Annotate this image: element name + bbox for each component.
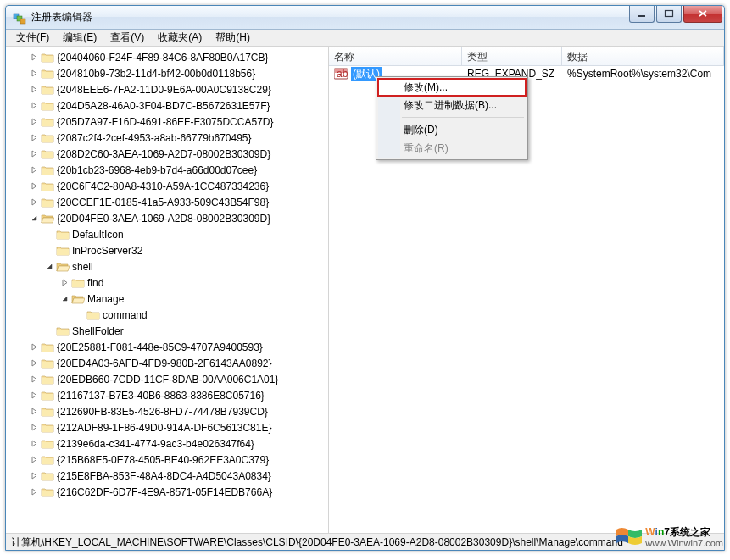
tree-item[interactable]: {20ED4A03-6AFD-4FD9-980B-2F6143AA0892} bbox=[6, 355, 328, 371]
expand-icon[interactable] bbox=[28, 486, 40, 498]
tree-item[interactable]: InProcServer32 bbox=[6, 242, 328, 258]
expand-icon[interactable] bbox=[28, 68, 40, 80]
folder-icon bbox=[41, 341, 54, 353]
tree-item[interactable]: {20b1cb23-6968-4eb9-b7d4-a66d00d07cee} bbox=[6, 162, 328, 178]
menu-favorites[interactable]: 收藏夹(A) bbox=[151, 29, 209, 47]
expand-icon[interactable] bbox=[28, 132, 40, 144]
tree-item[interactable]: Manage bbox=[6, 291, 328, 307]
tree-item-label: {205D7A97-F16D-4691-86EF-F3075DCCA57D} bbox=[57, 116, 273, 128]
expand-icon[interactable] bbox=[28, 406, 40, 418]
folder-icon bbox=[41, 438, 54, 450]
tree-item[interactable]: command bbox=[6, 307, 328, 323]
tree-item[interactable]: {205D7A97-F16D-4691-86EF-F3075DCCA57D} bbox=[6, 114, 328, 130]
folder-icon bbox=[41, 84, 54, 96]
tree-item-label: {215B68E5-0E78-4505-BE40-962EE3A0C379} bbox=[57, 454, 269, 466]
expand-icon[interactable] bbox=[28, 100, 40, 112]
col-header-name[interactable]: 名称 bbox=[329, 47, 462, 65]
tree-item[interactable]: {21167137-B7E3-40B6-8863-8386E8C05716} bbox=[6, 387, 328, 403]
tree-item[interactable]: {20C6F4C2-80A8-4310-A59A-1CC487334236} bbox=[6, 178, 328, 194]
tree-item-label: {216C62DF-6D7F-4E9A-8571-05F14EDB766A} bbox=[57, 486, 272, 498]
tree-item[interactable]: ShellFolder bbox=[6, 323, 328, 339]
tree-item-label: {215E8FBA-853F-48A4-8DC4-A4D5043A0834} bbox=[57, 470, 271, 482]
tree-item[interactable]: {20EDB660-7CDD-11CF-8DAB-00AA006C1A01} bbox=[6, 371, 328, 387]
folder-icon bbox=[56, 325, 70, 337]
tree-item[interactable]: {204810b9-73b2-11d4-bf42-00b0d0118b56} bbox=[6, 65, 328, 81]
tree-item[interactable]: {20E25881-F081-448e-85C9-4707A9400593} bbox=[6, 339, 328, 355]
expand-icon[interactable] bbox=[28, 84, 40, 96]
expander-none bbox=[43, 245, 55, 257]
tree-scroll[interactable]: {20404060-F24F-4F89-84C6-8AF80B0A17CB}{2… bbox=[6, 47, 328, 533]
tree-item-label: {20EDB660-7CDD-11CF-8DAB-00AA006C1A01} bbox=[57, 374, 278, 385]
folder-icon bbox=[41, 116, 54, 128]
tree-item[interactable]: {2087c2f4-2cef-4953-a8ab-66779b670495} bbox=[6, 130, 328, 146]
folder-icon bbox=[41, 68, 54, 80]
tree-item[interactable]: {2048EEE6-7FA2-11D0-9E6A-00A0C9138C29} bbox=[6, 81, 328, 97]
expand-icon[interactable] bbox=[28, 52, 40, 64]
tree-item[interactable]: DefaultIcon bbox=[6, 226, 328, 242]
ctx-delete[interactable]: 删除(D) bbox=[378, 120, 526, 139]
ctx-modify[interactable]: 修改(M)... bbox=[377, 78, 527, 97]
watermark: Win7系统之家 www.Winwin7.com bbox=[615, 524, 723, 550]
menubar: 文件(F) 编辑(E) 查看(V) 收藏夹(A) 帮助(H) bbox=[6, 30, 724, 47]
tree-item[interactable]: {215E8FBA-853F-48A4-8DC4-A4D5043A0834} bbox=[6, 468, 328, 484]
tree-item[interactable]: {212ADF89-1F86-49D0-914A-DF6C5613C81E} bbox=[6, 419, 328, 435]
expand-icon[interactable] bbox=[28, 390, 40, 402]
menu-edit[interactable]: 编辑(E) bbox=[56, 29, 103, 47]
expand-icon[interactable] bbox=[28, 374, 40, 385]
tree-item-label: find bbox=[87, 277, 103, 289]
statusbar-path: 计算机\HKEY_LOCAL_MACHINE\SOFTWARE\Classes\… bbox=[11, 536, 623, 548]
collapse-icon[interactable] bbox=[43, 261, 55, 273]
expand-icon[interactable] bbox=[28, 180, 40, 192]
folder-icon bbox=[86, 309, 100, 321]
expand-icon[interactable] bbox=[28, 358, 40, 369]
expand-icon[interactable] bbox=[28, 197, 40, 208]
folder-icon bbox=[41, 470, 54, 482]
folder-icon bbox=[56, 229, 70, 241]
expand-icon[interactable] bbox=[28, 148, 40, 160]
expand-icon[interactable] bbox=[28, 164, 40, 176]
tree-item-label: {212ADF89-1F86-49D0-914A-DF6C5613C81E} bbox=[57, 422, 271, 434]
maximize-button[interactable] bbox=[656, 6, 682, 23]
tree-item[interactable]: {20D04FE0-3AEA-1069-A2D8-08002B30309D} bbox=[6, 210, 328, 226]
ctx-separator bbox=[402, 117, 524, 118]
tree-item[interactable]: {215B68E5-0E78-4505-BE40-962EE3A0C379} bbox=[6, 452, 328, 468]
titlebar[interactable]: 注册表编辑器 bbox=[6, 6, 724, 30]
expand-icon[interactable] bbox=[28, 438, 40, 450]
folder-icon bbox=[41, 132, 54, 144]
expander-none bbox=[43, 229, 55, 241]
folder-icon bbox=[41, 180, 54, 192]
tree-item-label: {20ED4A03-6AFD-4FD9-980B-2F6143AA0892} bbox=[57, 358, 272, 369]
collapse-icon[interactable] bbox=[59, 293, 70, 305]
close-button[interactable] bbox=[683, 6, 722, 23]
tree-item[interactable]: {20404060-F24F-4F89-84C6-8AF80B0A17CB} bbox=[6, 49, 328, 65]
expand-icon[interactable] bbox=[28, 341, 40, 353]
list-header: 名称 类型 数据 bbox=[329, 47, 724, 66]
col-header-type[interactable]: 类型 bbox=[462, 47, 562, 65]
folder-icon bbox=[56, 245, 70, 257]
expand-icon[interactable] bbox=[59, 277, 70, 289]
tree-item[interactable]: {20CCEF1E-0185-41a5-A933-509C43B54F98} bbox=[6, 194, 328, 210]
tree-item[interactable]: {212690FB-83E5-4526-8FD7-74478B7939CD} bbox=[6, 403, 328, 419]
expander-none bbox=[43, 325, 55, 337]
folder-icon bbox=[41, 164, 54, 176]
tree-item[interactable]: {208D2C60-3AEA-1069-A2D7-08002B30309D} bbox=[6, 146, 328, 162]
expand-icon[interactable] bbox=[28, 454, 40, 466]
collapse-icon[interactable] bbox=[28, 213, 40, 225]
minimize-button[interactable] bbox=[629, 6, 655, 23]
tree-item[interactable]: find bbox=[6, 274, 328, 291]
expand-icon[interactable] bbox=[28, 470, 40, 482]
window-title: 注册表编辑器 bbox=[31, 10, 627, 25]
expand-icon[interactable] bbox=[28, 422, 40, 434]
menu-file[interactable]: 文件(F) bbox=[9, 29, 56, 47]
tree-item-label: command bbox=[103, 309, 148, 321]
expand-icon[interactable] bbox=[28, 116, 40, 128]
menu-help[interactable]: 帮助(H) bbox=[209, 29, 257, 47]
tree-item-label: {21167137-B7E3-40B6-8863-8386E8C05716} bbox=[57, 390, 265, 402]
menu-view[interactable]: 查看(V) bbox=[103, 29, 151, 47]
tree-item[interactable]: {2139e6da-c341-4774-9ac3-b4e026347f64} bbox=[6, 435, 328, 452]
tree-item[interactable]: {216C62DF-6D7F-4E9A-8571-05F14EDB766A} bbox=[6, 484, 328, 500]
tree-item[interactable]: shell bbox=[6, 258, 328, 274]
tree-item[interactable]: {204D5A28-46A0-3F04-BD7C-B5672631E57F} bbox=[6, 97, 328, 114]
col-header-data[interactable]: 数据 bbox=[562, 47, 724, 65]
ctx-modify-binary[interactable]: 修改二进制数据(B)... bbox=[378, 96, 526, 114]
